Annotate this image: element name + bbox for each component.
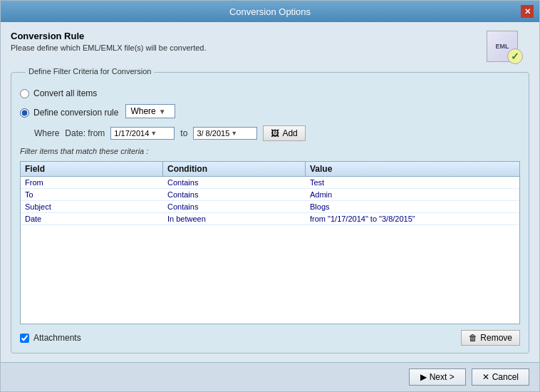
date-from-arrow: ▼ <box>150 130 157 137</box>
date-to-value: 3/ 8/2015 <box>197 129 229 138</box>
cell-value-2: Blogs <box>306 201 519 212</box>
filter-table: Field Condition Value From Contains Test… <box>20 161 520 324</box>
remove-icon: 🗑 <box>469 333 477 343</box>
cancel-label: Cancel <box>492 372 519 382</box>
cell-condition-0: Contains <box>163 177 306 188</box>
where-dropdown-text: Where <box>130 106 155 116</box>
filter-group: Define Filter Criteria for Conversion Co… <box>11 72 529 354</box>
add-button[interactable]: 🖼 Add <box>263 125 305 141</box>
col-field: Field <box>21 162 163 176</box>
table-row[interactable]: Subject Contains Blogs <box>21 201 519 213</box>
next-button[interactable]: ▶ Next > <box>409 368 466 386</box>
date-filter-row: Where Date: from 1/17/2014 ▼ to 3/ 8/201… <box>34 125 520 141</box>
cell-condition-1: Contains <box>163 189 306 200</box>
table-row[interactable]: From Contains Test <box>21 177 519 189</box>
cell-condition-3: In between <box>163 213 306 225</box>
table-row[interactable]: Date In between from "1/17/2014" to "3/8… <box>21 213 519 225</box>
date-to-select[interactable]: 3/ 8/2015 ▼ <box>193 127 257 140</box>
date-to-arrow: ▼ <box>231 130 237 137</box>
header-section: Conversion Rule Please define which EML/… <box>11 31 529 66</box>
conversion-rule-description: Please define which EML/EMLX file(s) wil… <box>11 43 207 52</box>
attachments-row: Attachments <box>20 333 81 343</box>
cell-value-3: from "1/17/2014" to "3/8/2015" <box>306 213 519 225</box>
add-icon: 🖼 <box>271 128 279 138</box>
header-text: Conversion Rule Please define which EML/… <box>11 31 207 52</box>
cell-value-0: Test <box>306 177 519 188</box>
cell-field-3: Date <box>21 213 163 225</box>
define-rule-label: Define conversion rule <box>33 108 118 118</box>
attachments-checkbox[interactable] <box>20 334 29 343</box>
convert-all-option[interactable]: Convert all items <box>20 88 520 98</box>
where-label: Where <box>34 128 59 138</box>
footer: ▶ Next > ✕ Cancel <box>1 362 539 391</box>
cancel-icon: ✕ <box>482 372 489 382</box>
bottom-row: Attachments 🗑 Remove <box>20 330 520 346</box>
conversion-rule-title: Conversion Rule <box>11 31 207 41</box>
filter-group-title: Define Filter Criteria for Conversion <box>26 67 154 76</box>
cell-field-1: To <box>21 189 163 200</box>
title-bar: Conversion Options ✕ <box>1 1 539 22</box>
remove-button[interactable]: 🗑 Remove <box>461 330 520 346</box>
date-to-label: to <box>180 128 187 138</box>
convert-all-radio[interactable] <box>20 89 29 98</box>
remove-label: Remove <box>480 333 512 343</box>
convert-all-label: Convert all items <box>33 88 97 98</box>
col-condition: Condition <box>163 162 306 176</box>
define-rule-row: Define conversion rule Where ▼ <box>20 104 520 118</box>
filter-note: Filter items that match these criteria : <box>20 147 520 155</box>
next-label: Next > <box>430 372 455 382</box>
where-dropdown[interactable]: Where ▼ <box>125 104 175 118</box>
main-window: Conversion Options ✕ Conversion Rule Ple… <box>0 0 540 392</box>
col-value: Value <box>306 162 519 176</box>
close-button[interactable]: ✕ <box>521 5 534 18</box>
cell-field-0: From <box>21 177 163 188</box>
attachments-label: Attachments <box>33 333 81 343</box>
cell-condition-2: Contains <box>163 201 306 212</box>
header-icon-area: EML ✓ <box>487 31 529 66</box>
cell-value-1: Admin <box>306 189 519 200</box>
define-rule-radio[interactable] <box>20 108 29 118</box>
eml-icon: EML ✓ <box>487 31 518 62</box>
date-from-select[interactable]: 1/17/2014 ▼ <box>110 127 175 140</box>
window-title: Conversion Options <box>19 6 521 17</box>
cell-field-2: Subject <box>21 201 163 212</box>
window-body: Conversion Rule Please define which EML/… <box>1 22 539 362</box>
date-from-label: Date: from <box>65 128 105 138</box>
where-dropdown-arrow: ▼ <box>159 108 166 115</box>
add-label: Add <box>282 128 297 138</box>
date-from-value: 1/17/2014 <box>114 129 149 138</box>
check-badge: ✓ <box>507 48 523 64</box>
cancel-button[interactable]: ✕ Cancel <box>472 368 529 386</box>
next-icon: ▶ <box>420 372 427 382</box>
table-row[interactable]: To Contains Admin <box>21 189 519 201</box>
table-header: Field Condition Value <box>21 162 519 177</box>
define-rule-option[interactable]: Define conversion rule <box>20 108 118 118</box>
